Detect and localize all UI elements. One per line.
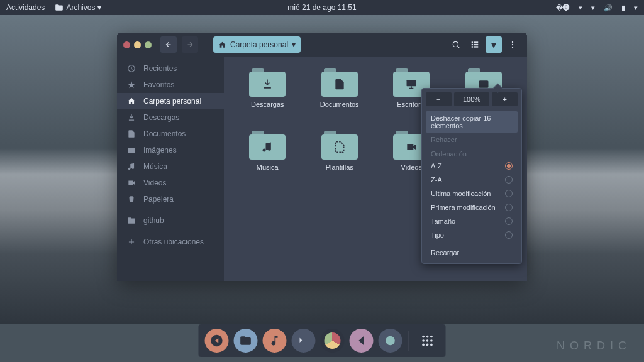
svg-rect-5 bbox=[474, 44, 478, 45]
svg-rect-3 bbox=[472, 46, 473, 47]
files-window: Carpeta personal ▾ ▾ RecientesFavoritosC… bbox=[117, 33, 527, 281]
sort-option[interactable]: Última modificación bbox=[426, 187, 518, 200]
plus-icon bbox=[127, 238, 136, 246]
image-icon bbox=[127, 146, 136, 155]
folder-item[interactable]: Plantillas bbox=[304, 131, 376, 194]
search-button[interactable] bbox=[448, 36, 464, 53]
svg-point-17 bbox=[430, 336, 433, 338]
theme-watermark: NORDIC bbox=[557, 339, 631, 353]
accessibility-icon[interactable]: �⓿ bbox=[556, 4, 570, 12]
sidebar-label: Otras ubicaciones bbox=[143, 238, 204, 246]
app-menu[interactable]: Archivos ▾ bbox=[55, 3, 101, 12]
star-icon bbox=[127, 80, 136, 89]
sidebar-label: Carpeta personal bbox=[143, 97, 201, 106]
dock-music[interactable] bbox=[263, 329, 287, 353]
zoom-in-button[interactable]: + bbox=[492, 92, 518, 106]
maximize-button[interactable] bbox=[145, 41, 152, 48]
view-options-button[interactable]: ▾ bbox=[486, 36, 502, 53]
hamburger-menu-button[interactable] bbox=[504, 36, 521, 53]
radio-icon bbox=[505, 176, 513, 184]
sidebar-item-folder[interactable]: github bbox=[117, 212, 224, 229]
folder-icon bbox=[321, 68, 358, 97]
sidebar-item-home[interactable]: Carpeta personal bbox=[117, 93, 224, 109]
svg-rect-4 bbox=[474, 41, 478, 43]
svg-point-8 bbox=[512, 44, 513, 45]
folder-item[interactable]: Documentos bbox=[304, 68, 376, 131]
sidebar-item-video[interactable]: Videos bbox=[117, 175, 224, 191]
zoom-out-button[interactable]: − bbox=[426, 92, 452, 106]
top-panel: Actividades Archivos ▾ mié 21 de ago 11:… bbox=[0, 0, 644, 15]
forward-button[interactable] bbox=[182, 36, 198, 53]
chevron-down-icon: ▾ bbox=[97, 3, 101, 12]
sort-option[interactable]: A-Z bbox=[426, 159, 518, 173]
reload-item[interactable]: Recargar bbox=[426, 246, 518, 260]
radio-icon bbox=[505, 190, 513, 197]
pathbar[interactable]: Carpeta personal ▾ bbox=[213, 36, 301, 53]
radio-icon bbox=[505, 204, 513, 211]
sidebar-item-image[interactable]: Imágenes bbox=[117, 142, 224, 158]
view-list-button[interactable] bbox=[467, 36, 483, 53]
sidebar-item-download[interactable]: Descargas bbox=[117, 109, 224, 126]
folder-icon bbox=[249, 68, 286, 97]
back-button[interactable] bbox=[160, 36, 177, 53]
sidebar-item-music[interactable]: Música bbox=[117, 158, 224, 175]
undo-item[interactable]: Deshacer copiar 16 elementos bbox=[426, 111, 518, 133]
dock-chrome[interactable] bbox=[321, 329, 345, 353]
path-label: Carpeta personal bbox=[230, 40, 288, 49]
battery-icon[interactable]: ▮ bbox=[621, 4, 625, 12]
svg-point-23 bbox=[430, 344, 433, 346]
sort-option[interactable]: Tipo bbox=[426, 228, 518, 242]
trash-icon bbox=[127, 195, 136, 204]
input-source-icon[interactable]: ▾ bbox=[579, 4, 582, 12]
home-icon bbox=[218, 41, 226, 49]
sidebar-item-clock[interactable]: Recientes bbox=[117, 60, 224, 77]
dock-vscode[interactable] bbox=[350, 329, 374, 353]
folder-label: Documentos bbox=[320, 101, 359, 108]
sort-option[interactable]: Z-A bbox=[426, 173, 518, 187]
svg-point-9 bbox=[512, 47, 513, 48]
folder-label: Música bbox=[257, 163, 279, 171]
dock-apps-grid[interactable] bbox=[416, 329, 440, 353]
sidebar-item-doc[interactable]: Documentos bbox=[117, 126, 224, 142]
dock-terminal[interactable] bbox=[292, 329, 316, 353]
sort-option[interactable]: Primera modificación bbox=[426, 200, 518, 214]
svg-point-19 bbox=[426, 339, 429, 342]
dock-files[interactable] bbox=[234, 329, 258, 353]
close-button[interactable] bbox=[123, 41, 130, 48]
volume-icon[interactable]: 🔊 bbox=[604, 4, 613, 12]
files-app-icon bbox=[55, 3, 64, 12]
places-sidebar: RecientesFavoritosCarpeta personalDescar… bbox=[117, 57, 224, 281]
dock-firefox[interactable] bbox=[205, 329, 229, 353]
sort-section-label: Ordenación bbox=[426, 146, 518, 159]
sidebar-item-star[interactable]: Favoritos bbox=[117, 77, 224, 93]
svg-point-14 bbox=[386, 336, 395, 346]
doc-icon bbox=[127, 129, 136, 138]
svg-point-0 bbox=[453, 41, 458, 47]
svg-point-20 bbox=[430, 339, 433, 342]
svg-point-7 bbox=[512, 41, 513, 43]
clock[interactable]: mié 21 de ago 11:51 bbox=[287, 3, 356, 12]
minimize-button[interactable] bbox=[134, 41, 141, 48]
wifi-icon[interactable]: ▾ bbox=[591, 4, 595, 12]
folder-item[interactable]: Música bbox=[231, 131, 304, 194]
folder-item[interactable]: Descargas bbox=[231, 68, 304, 131]
sidebar-item-trash[interactable]: Papelera bbox=[117, 191, 224, 207]
svg-rect-6 bbox=[474, 46, 478, 47]
system-menu-chevron-icon[interactable]: ▾ bbox=[634, 4, 638, 12]
radio-icon bbox=[505, 217, 513, 225]
svg-rect-12 bbox=[407, 80, 416, 86]
dock-settings[interactable] bbox=[379, 329, 402, 353]
sort-option[interactable]: Tamaño bbox=[426, 214, 518, 228]
sidebar-label: Recientes bbox=[143, 64, 177, 73]
headerbar: Carpeta personal ▾ ▾ bbox=[117, 33, 527, 57]
home-icon bbox=[127, 97, 136, 106]
zoom-level: 100% bbox=[454, 92, 490, 106]
svg-rect-2 bbox=[472, 44, 473, 45]
sidebar-item-plus[interactable]: Otras ubicaciones bbox=[117, 234, 224, 250]
music-icon bbox=[127, 162, 136, 171]
activities-button[interactable]: Actividades bbox=[6, 3, 45, 12]
folder-icon bbox=[249, 131, 286, 160]
folder-label: Descargas bbox=[251, 101, 284, 108]
svg-point-16 bbox=[426, 336, 429, 338]
radio-icon bbox=[505, 162, 513, 170]
